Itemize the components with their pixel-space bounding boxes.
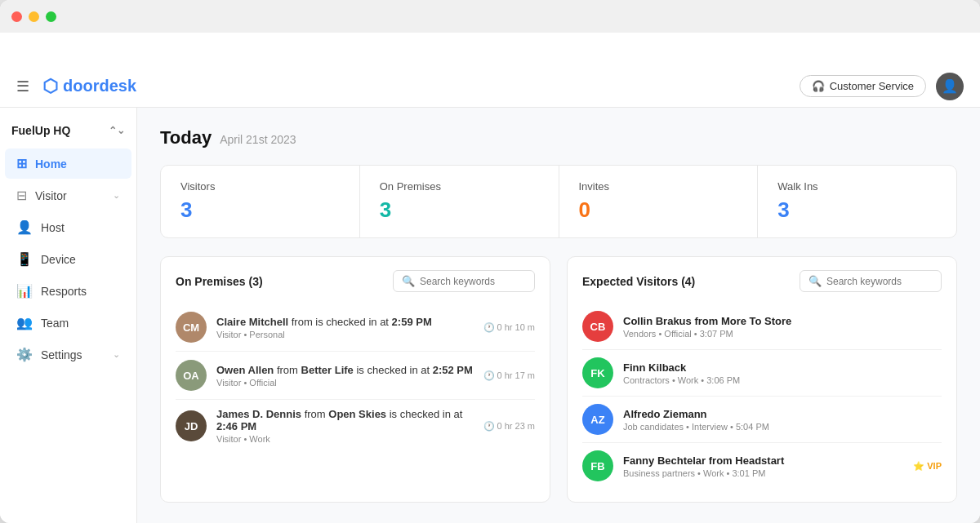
clock-icon: 🕐 [483, 370, 495, 381]
visitor-info: Claire Mitchell from is checked in at 2:… [216, 316, 474, 339]
expected-item: AZ Alfredo Ziemann Job candidates • Inte… [582, 397, 942, 443]
panels-row: On Premises (3) 🔍 CM Claire Mitc [160, 256, 957, 503]
title-bar [0, 0, 980, 33]
sidebar-item-label: Home [35, 157, 67, 171]
expected-name: Alfredo Ziemann [623, 408, 942, 420]
expected-visitors-search[interactable]: 🔍 [800, 270, 942, 292]
sidebar-item-settings[interactable]: ⚙️ Settings ⌄ [5, 339, 131, 370]
close-button[interactable] [11, 11, 22, 22]
sidebar-item-label: Visitor [35, 189, 67, 202]
visitor-name: Claire Mitchell from is checked in at 2:… [216, 316, 474, 328]
visitor-duration: 🕐 0 hr 23 m [483, 421, 535, 432]
stat-on-premises-value: 3 [380, 197, 539, 223]
visitor-info: Owen Allen from Better Life is checked i… [216, 364, 474, 388]
stat-on-premises: On Premises 3 [360, 166, 559, 237]
expected-sub: Job candidates • Interview • 5:04 PM [623, 422, 942, 432]
stat-invites-label: Invites [579, 180, 738, 193]
stat-on-premises-label: On Premises [380, 180, 539, 193]
expected-item: FB Fanny Bechtelar from Headstart Busine… [582, 443, 942, 489]
user-avatar[interactable]: 👤 [936, 73, 964, 100]
main-content: Today April 21st 2023 Visitors 3 On Prem… [137, 108, 980, 523]
visitor-sub: Visitor • Official [216, 378, 474, 388]
on-premises-search-input[interactable] [420, 276, 526, 287]
visitor-name: James D. Dennis from Open Skies is check… [216, 408, 474, 432]
visitor-item: OA Owen Allen from Better Life is checke… [176, 352, 535, 400]
page-header: Today April 21st 2023 [160, 127, 957, 148]
expected-visitors-header: Expected Visitors (4) 🔍 [582, 270, 942, 292]
sidebar-item-home[interactable]: ⊞ Home [5, 148, 131, 179]
hamburger-icon[interactable]: ☰ [16, 78, 29, 95]
expected-item: FK Finn Kilback Contractors • Work • 3:0… [582, 350, 942, 397]
on-premises-title: On Premises (3) [176, 275, 263, 288]
customer-service-label: Customer Service [830, 80, 914, 92]
settings-icon: ⚙️ [16, 347, 33, 362]
sidebar-item-team[interactable]: 👥 Team [5, 308, 131, 338]
expected-avatar: FB [582, 450, 613, 481]
stat-visitors: Visitors 3 [161, 166, 360, 237]
headset-icon: 🎧 [812, 80, 825, 92]
content-wrapper: FuelUp HQ ⌃⌄ ⊞ Home ⊟ Visitor ⌄ 👤 Host [0, 108, 980, 523]
expected-info: Alfredo Ziemann Job candidates • Intervi… [623, 408, 942, 432]
search-icon: 🔍 [402, 275, 415, 287]
sidebar-item-label: Settings [41, 348, 82, 361]
sidebar-item-host[interactable]: 👤 Host [5, 212, 131, 242]
logo-icon: ⬡ [42, 76, 58, 97]
visitor-avatar: CM [176, 312, 207, 343]
on-premises-header: On Premises (3) 🔍 [176, 270, 535, 292]
expected-avatar: CB [582, 311, 613, 342]
workspace-name: FuelUp HQ [11, 124, 70, 137]
expected-visitors-panel: Expected Visitors (4) 🔍 CB Colli [567, 256, 957, 503]
on-premises-search[interactable]: 🔍 [393, 270, 535, 292]
visitor-sub: Visitor • Work [216, 434, 474, 444]
resports-icon: 📊 [16, 283, 33, 299]
expected-visitors-search-input[interactable] [826, 276, 933, 287]
device-icon: 📱 [16, 251, 33, 267]
team-icon: 👥 [16, 315, 33, 330]
workspace-chevron-icon: ⌃⌄ [109, 125, 125, 136]
sidebar-item-resports[interactable]: 📊 Resports [5, 276, 131, 306]
visitor-name: Owen Allen from Better Life is checked i… [216, 364, 474, 376]
stat-visitors-value: 3 [180, 197, 340, 223]
visitor-info: James D. Dennis from Open Skies is check… [216, 408, 474, 444]
chevron-down-icon: ⌄ [113, 190, 120, 201]
expected-sub: Vendors • Official • 3:07 PM [623, 329, 942, 339]
clock-icon: 🕐 [483, 322, 495, 333]
expected-avatar: AZ [582, 404, 613, 435]
top-nav: ☰ ⬡ doordesk 🎧 Customer Service 👤 [0, 65, 980, 108]
sidebar: FuelUp HQ ⌃⌄ ⊞ Home ⊟ Visitor ⌄ 👤 Host [0, 108, 137, 523]
expected-info: Fanny Bechtelar from Headstart Business … [623, 454, 903, 478]
expected-sub: Contractors • Work • 3:06 PM [623, 375, 942, 385]
expected-avatar: FK [582, 357, 613, 388]
visitor-avatar: OA [176, 360, 207, 391]
logo-text: doordesk [63, 77, 136, 95]
user-icon: 👤 [942, 78, 958, 94]
sidebar-item-visitor[interactable]: ⊟ Visitor ⌄ [5, 180, 131, 211]
expected-sub: Business partners • Work • 3:01 PM [623, 468, 903, 478]
visitor-sub: Visitor • Personal [216, 330, 474, 339]
visitor-icon: ⊟ [16, 188, 27, 203]
home-icon: ⊞ [16, 156, 27, 171]
on-premises-panel: On Premises (3) 🔍 CM Claire Mitc [160, 256, 550, 503]
customer-service-button[interactable]: 🎧 Customer Service [800, 75, 926, 97]
page-title: Today [160, 127, 212, 148]
visitor-item: CM Claire Mitchell from is checked in at… [176, 304, 535, 352]
app-window: ☰ ⬡ doordesk 🎧 Customer Service 👤 FuelU [0, 0, 980, 523]
vip-badge: ⭐ VIP [913, 461, 942, 472]
expected-name: Fanny Bechtelar from Headstart [623, 454, 903, 467]
maximize-button[interactable] [46, 11, 56, 22]
expected-info: Finn Kilback Contractors • Work • 3:06 P… [623, 361, 942, 385]
minimize-button[interactable] [29, 11, 39, 22]
sidebar-item-device[interactable]: 📱 Device [5, 244, 131, 274]
nav-right: 🎧 Customer Service 👤 [800, 73, 964, 100]
sidebar-item-label: Device [41, 253, 76, 266]
visitor-duration: 🕐 0 hr 17 m [483, 370, 535, 381]
expected-info: Collin Brakus from More To Store Vendors… [623, 315, 942, 339]
stat-walk-ins: Walk Ins 3 [758, 166, 956, 237]
visitor-duration: 🕐 0 hr 10 m [483, 322, 535, 333]
clock-icon: 🕐 [483, 421, 495, 432]
sidebar-item-label: Team [41, 317, 69, 330]
expected-name: Finn Kilback [623, 361, 942, 374]
logo: ⬡ doordesk [42, 76, 136, 97]
workspace-selector[interactable]: FuelUp HQ ⌃⌄ [0, 121, 136, 147]
sidebar-item-label: Resports [41, 285, 87, 298]
